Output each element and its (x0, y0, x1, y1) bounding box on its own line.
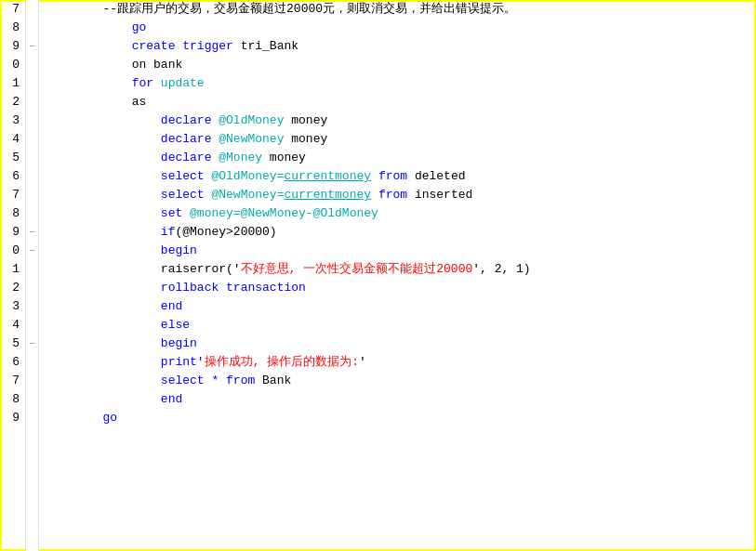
fold-marker (26, 353, 38, 372)
fold-marker (26, 297, 38, 316)
line-number: 7 (6, 186, 20, 204)
code-token: money (284, 113, 327, 127)
fold-marker[interactable] (26, 37, 38, 56)
code-token: set (161, 206, 190, 220)
table-row: if(@Money>20000) (45, 223, 756, 242)
fold-marker (26, 390, 38, 409)
code-token: (@Money>20000) (175, 225, 276, 239)
fold-marker (26, 19, 38, 37)
line-numbers: 78901234567890123456789 (0, 0, 26, 551)
code-token: if (161, 225, 176, 239)
line-number: 1 (6, 74, 20, 93)
fold-marker (26, 56, 38, 74)
fold-marker[interactable] (26, 335, 38, 353)
table-row: go (45, 409, 756, 427)
code-token: from (371, 188, 415, 202)
table-row: for update (45, 74, 756, 93)
line-number: 4 (6, 130, 20, 149)
table-row: on bank (45, 56, 756, 74)
fold-marker (26, 74, 38, 93)
table-row: end (45, 297, 756, 316)
line-number: 1 (6, 260, 20, 279)
code-token: inserted (415, 188, 472, 202)
code-token: declare (161, 151, 219, 164)
fold-marker (26, 409, 38, 427)
fold-marker[interactable] (26, 223, 38, 242)
table-row: as (45, 93, 756, 112)
table-row: begin (45, 335, 756, 353)
table-row: create trigger tri_Bank (45, 37, 756, 56)
code-token: for (132, 76, 161, 90)
code-token: money (284, 132, 327, 146)
code-token: select * from (161, 374, 262, 387)
line-number: 8 (6, 19, 20, 37)
code-token: else (161, 318, 190, 332)
fold-marker[interactable] (26, 242, 38, 260)
line-number: 5 (6, 335, 20, 353)
line-number: 9 (6, 223, 20, 242)
code-token: @money=@NewMoney-@OldMoney (190, 206, 378, 220)
code-token: print' (161, 355, 205, 369)
line-number: 3 (6, 297, 20, 316)
code-token: @NewMoney= (211, 188, 284, 202)
line-number: 6 (6, 353, 20, 372)
line-number: 0 (6, 56, 20, 74)
table-row: select @NewMoney=currentmoney from inser… (45, 186, 756, 204)
table-row: print'操作成功, 操作后的数据为:' (45, 353, 756, 372)
code-token: @OldMoney= (211, 169, 284, 183)
code-token: select (161, 169, 212, 183)
table-row: set @money=@NewMoney-@OldMoney (45, 204, 756, 223)
code-token: @NewMoney (219, 132, 284, 146)
fold-marker (26, 186, 38, 204)
code-token: update (161, 76, 205, 90)
table-row: begin (45, 242, 756, 260)
line-number: 8 (6, 204, 20, 223)
code-token: on bank (132, 58, 183, 72)
line-number: 0 (6, 242, 20, 260)
table-row: raiserror('不好意思, 一次性交易金额不能超过20000', 2, 1… (45, 260, 756, 279)
table-row: --跟踪用户的交易，交易金额超过20000元，则取消交易，并给出错误提示。 (45, 0, 756, 19)
fold-marker (26, 279, 38, 297)
fold-marker (26, 260, 38, 279)
fold-marker (26, 167, 38, 186)
code-area: 78901234567890123456789 --跟踪用户的交易，交易金额超过… (0, 0, 756, 551)
table-row: go (45, 19, 756, 37)
fold-marker (26, 130, 38, 149)
code-token: go (102, 411, 117, 425)
line-number: 4 (6, 316, 20, 335)
line-number: 8 (6, 390, 20, 409)
fold-marker (26, 0, 38, 19)
code-token: ' (359, 355, 366, 369)
fold-marker (26, 112, 38, 130)
code-token: @OldMoney (219, 113, 284, 127)
code-token: --跟踪用户的交易，交易金额超过20000元，则取消交易，并给出错误提示。 (102, 2, 516, 16)
code-token: declare (161, 113, 219, 127)
fold-gutter (26, 0, 39, 551)
code-token: end (161, 392, 182, 406)
code-token: money (262, 151, 306, 164)
code-token: currentmoney (284, 188, 371, 202)
line-number: 5 (6, 149, 20, 167)
code-token: select (161, 188, 212, 202)
table-row: select @OldMoney=currentmoney from delet… (45, 167, 756, 186)
code-token: ', 2, 1) (472, 262, 530, 276)
code-token: create trigger (132, 39, 241, 53)
fold-marker (26, 204, 38, 223)
fold-marker (26, 149, 38, 167)
line-number: 3 (6, 112, 20, 130)
code-lines: --跟踪用户的交易，交易金额超过20000元，则取消交易，并给出错误提示。 go… (39, 0, 756, 551)
fold-marker (26, 316, 38, 335)
line-number: 2 (6, 279, 20, 297)
line-number: 9 (6, 409, 20, 427)
code-token: Bank (262, 374, 291, 387)
code-token: 操作成功, 操作后的数据为: (205, 355, 359, 369)
code-token: from (371, 169, 415, 183)
line-number: 7 (6, 372, 20, 390)
table-row: declare @Money money (45, 149, 756, 167)
table-row: end (45, 390, 756, 409)
code-token: declare (161, 132, 219, 146)
table-row: rollback transaction (45, 279, 756, 297)
code-token: currentmoney (284, 169, 371, 183)
code-token: tri_Bank (241, 39, 298, 53)
table-row: declare @NewMoney money (45, 130, 756, 149)
